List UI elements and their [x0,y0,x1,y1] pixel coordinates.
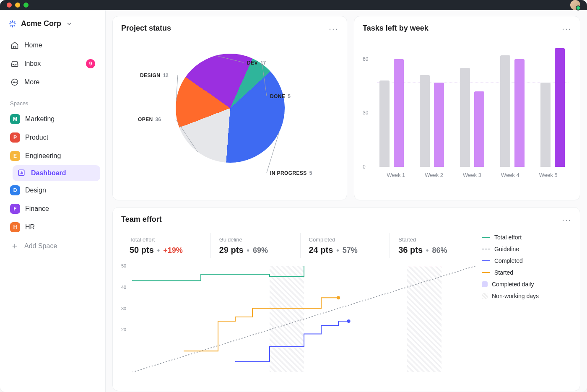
dashboard-label: Dashboard [31,169,66,177]
x-tick: Week 5 [539,172,558,178]
legend-label: Completed daily [492,281,534,288]
chevron-down-icon [66,21,72,27]
stat-label: Completed [309,236,382,243]
sidebar: Acme Corp Home Inbox 9 More [0,10,106,392]
spaces-heading: Spaces [5,92,100,109]
legend-item: Started [482,267,569,278]
card-project-status: Project status ··· DEV 17DONE 5IN PROGRE… [112,16,347,200]
window-minimize-icon[interactable] [15,3,20,8]
space-item-marketing[interactable]: MMarketing [5,110,100,128]
nav-inbox-label: Inbox [24,60,41,67]
space-label: Engineering [25,152,61,160]
more-icon [10,78,19,87]
series-line [235,321,349,362]
series-line [132,266,476,281]
series-line [184,298,338,351]
card-tasks-left: Tasks left by week ··· 03060 Week 1Week … [354,16,580,200]
bar-chart: 03060 Week 1Week 2Week 3Week 4Week 5 [363,37,571,188]
bar [540,83,551,167]
bar [555,48,565,167]
x-tick: Week 2 [425,172,443,178]
series-line [132,266,476,372]
effort-stat: Started 36 pts•86% [390,233,479,258]
space-item-finance[interactable]: FFinance [5,200,100,218]
effort-line-chart: 20304050 [121,266,479,383]
space-item-engineering[interactable]: EEngineering [5,147,100,165]
stat-extra: +19% [163,246,183,255]
space-avatar-icon: M [10,114,20,124]
space-avatar-icon: P [10,132,20,143]
y-tick: 30 [363,110,368,116]
bar-group [420,75,444,167]
space-label: HR [25,223,35,231]
add-space-button[interactable]: Add Space [5,237,100,255]
stat-extra: 69% [253,246,268,255]
main-content: Project status ··· DEV 17DONE 5IN PROGRE… [106,10,587,392]
legend-label: Completed [494,257,523,264]
card-menu-button[interactable]: ··· [329,26,338,31]
stat-value: 24 pts [309,245,333,255]
nav-inbox[interactable]: Inbox 9 [5,55,100,73]
inbox-badge: 9 [86,59,95,68]
nav-home[interactable]: Home [5,36,100,54]
bar [379,80,390,167]
card-team-effort: Team effort ··· Total effort 50 pts•+19%… [112,207,580,391]
space-item-product[interactable]: PProduct [5,128,100,147]
space-label: Product [25,134,48,141]
effort-stat: Completed 24 pts•57% [301,233,390,258]
workspace-switcher[interactable]: Acme Corp [5,16,100,36]
y-tick: 0 [363,164,366,170]
space-item-design[interactable]: DDesign [5,181,100,200]
legend-label: Total effort [494,234,522,241]
card-menu-button[interactable]: ··· [562,26,571,31]
window-zoom-icon[interactable] [23,3,29,8]
space-avatar-icon: E [10,151,20,161]
stat-extra: 86% [432,246,447,255]
y-tick: 60 [363,56,368,62]
card-menu-button[interactable]: ··· [562,218,571,222]
pie-chart: DEV 17DONE 5IN PROGRESS 5OPEN 36DESIGN 1… [121,37,338,188]
svg-line-7 [10,25,11,26]
svg-point-10 [14,82,15,83]
legend-item: Total effort [482,231,569,243]
x-tick: Week 4 [501,172,519,178]
bar [474,91,484,167]
legend-item: Completed [482,255,569,267]
space-label: Finance [25,205,49,213]
pie-label-in-progress: IN PROGRESS 5 [270,170,312,176]
sidebar-item-dashboard[interactable]: Dashboard [13,165,100,181]
pie-label-design: DESIGN 12 [140,73,169,78]
window-close-icon[interactable] [7,3,12,8]
space-avatar-icon: D [10,185,20,195]
user-avatar[interactable] [570,0,580,10]
effort-stat: Guideline 29 pts•69% [211,233,301,258]
pie-label-done: DONE 5 [270,93,291,99]
home-icon [10,41,19,50]
legend-label: Started [494,269,513,276]
stat-value: 36 pts [398,245,423,255]
effort-stat: Total effort 50 pts•+19% [121,233,211,258]
x-tick: Week 3 [463,172,481,178]
space-label: Marketing [25,115,55,123]
bar-group [460,68,484,167]
card-title: Tasks left by week [363,24,429,33]
space-item-hr[interactable]: HHR [5,218,100,236]
bar-group [500,55,525,167]
space-label: Design [25,187,46,194]
legend-label: Guideline [494,246,519,252]
bar [514,59,525,167]
space-avatar-icon: F [10,204,20,214]
nav-more[interactable]: More [5,73,100,91]
x-tick: Week 1 [387,172,405,178]
stat-extra: 57% [343,246,358,255]
bar [420,75,430,167]
pie-label-dev: DEV 17 [247,60,266,66]
space-avatar-icon: H [10,222,20,232]
workspace-name: Acme Corp [21,19,61,28]
series-end-marker [337,296,340,299]
svg-point-11 [16,82,17,83]
stat-label: Started [398,236,471,243]
card-title: Project status [121,24,171,33]
legend-label: Non-working days [492,293,539,299]
traffic-lights [7,3,29,8]
